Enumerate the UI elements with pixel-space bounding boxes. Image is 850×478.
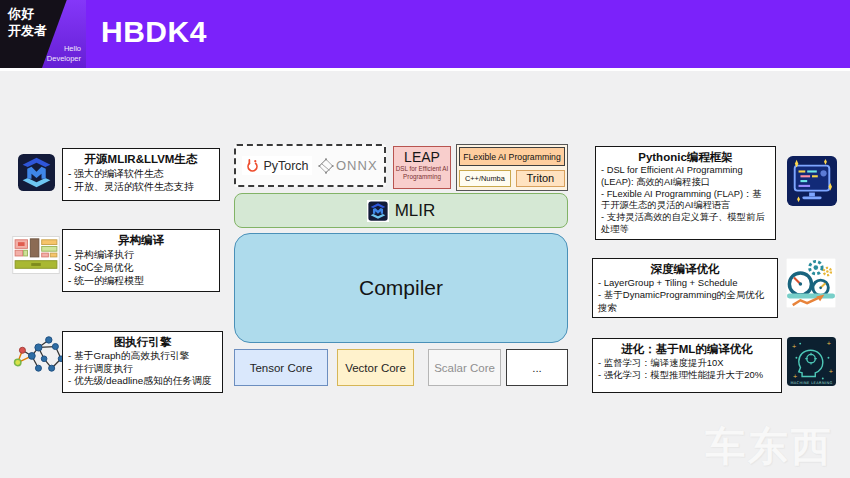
bullet-item: - 基于DynamicProgramming的全局优化搜索 — [598, 289, 772, 314]
machine-learning-icon: ++++ MACHINE LEARNING — [787, 337, 836, 386]
onnx-logo: ONNX — [318, 158, 378, 174]
mlir-layer-bar: MLIR — [234, 193, 568, 228]
panel-title: 进化：基于ML的编译优化 — [598, 342, 776, 357]
flap-item-cpp-numba: C++/Numba — [459, 170, 511, 187]
core-scalar: Scalar Core — [428, 349, 501, 386]
panel-title: 异构编译 — [68, 233, 214, 248]
diagram-area: 开源MLIR&LLVM生态 - 强大的编译软件生态- 开放、灵活的软件生态支持 … — [0, 71, 850, 478]
bullet-item: - 开放、灵活的软件生态支持 — [68, 180, 214, 193]
svg-text:+: + — [828, 368, 833, 374]
svg-text:+: + — [827, 340, 832, 346]
panel-bullets: - 强大的编译软件生态- 开放、灵活的软件生态支持 — [68, 167, 214, 193]
hello-developer-logo: 你好 开发者 Hello Developer — [0, 0, 86, 68]
page-title: HBDK4 — [101, 15, 207, 49]
bullet-item: - 强化学习：模型推理性能提升大于20% — [598, 369, 776, 381]
onnx-label: ONNX — [336, 158, 378, 173]
panel-open-mlir-llvm: 开源MLIR&LLVM生态 - 强大的编译软件生态- 开放、灵活的软件生态支持 — [62, 148, 220, 201]
speedometer-icon — [786, 258, 836, 308]
logo-english-text: Hello Developer — [47, 44, 81, 64]
bullet-item: - 强大的编译软件生态 — [68, 167, 214, 180]
bullet-item: - LayerGroup + Tiling + Schedule — [598, 277, 772, 289]
bullet-item: - 监督学习：编译速度提升10X — [598, 357, 776, 369]
panel-bullets: - 异构编译执行- SoC全局优化- 统一的编程模型 — [68, 248, 214, 287]
logo-en-line1: Hello — [47, 44, 81, 54]
panel-bullets: - 基于Graph的高效执行引擎- 并行调度执行- 优先级/deadline感知… — [68, 350, 217, 388]
bullet-item: - FLexible AI Programming (FLAP)：基于开源生态的… — [601, 189, 770, 213]
watermark-text: 车东西 — [705, 419, 834, 474]
compiler-box: Compiler — [234, 233, 568, 343]
bullet-item: - 异构编译执行 — [68, 248, 214, 261]
panel-title: Pythonic编程框架 — [601, 150, 770, 165]
logo-en-line2: Developer — [47, 54, 81, 64]
core-vector: Vector Core — [337, 349, 414, 386]
leap-subtitle: DSL for Efficient AI Programming — [394, 165, 450, 180]
core-more: ... — [506, 349, 568, 386]
core-tensor: Tensor Core — [234, 349, 328, 386]
bullet-item: - 支持灵活高效的自定义算子、模型前后处理等 — [601, 212, 770, 236]
panel-deep-compile-optimization: 深度编译优化 - LayerGroup + Tiling + Schedule-… — [592, 258, 778, 318]
panel-title: 深度编译优化 — [598, 262, 772, 277]
leap-box: LEAP DSL for Efficient AI Programming — [393, 146, 451, 189]
bullet-item: - 并行调度执行 — [68, 363, 217, 376]
flap-group-box: FLexible AI Programming C++/Numba Triton — [456, 144, 568, 191]
bullet-item: - 统一的编程模型 — [68, 274, 214, 287]
onnx-diamond-icon — [318, 158, 334, 174]
flap-items: C++/Numba Triton — [459, 170, 565, 187]
mlir-badge-icon — [367, 200, 389, 222]
soc-layout-icon — [12, 236, 60, 274]
compiler-label: Compiler — [359, 276, 443, 300]
panel-graph-execution-engine: 图执行引擎 - 基于Graph的高效执行引擎- 并行调度执行- 优先级/dead… — [62, 331, 223, 393]
code-editor-icon — [787, 156, 837, 206]
logo-cn-line1: 你好 — [8, 6, 47, 23]
frameworks-box: PyTorch ONNX — [234, 144, 386, 187]
panel-title: 开源MLIR&LLVM生态 — [68, 152, 214, 167]
panel-bullets: - 监督学习：编译速度提升10X- 强化学习：模型推理性能提升大于20% — [598, 357, 776, 381]
panel-bullets: - DSL for Efficient AI Programming (LEAP… — [601, 165, 770, 236]
mlir-label: MLIR — [395, 201, 436, 221]
svg-text:MACHINE LEARNING: MACHINE LEARNING — [790, 381, 832, 385]
header-bar: 你好 开发者 Hello Developer HBDK4 — [0, 0, 850, 68]
pytorch-logo: PyTorch — [242, 156, 311, 175]
logo-chinese-text: 你好 开发者 — [8, 6, 47, 40]
bullet-item: - 基于Graph的高效执行引擎 — [68, 350, 217, 363]
bullet-item: - 优先级/deadline感知的任务调度 — [68, 375, 217, 388]
svg-text:+: + — [793, 373, 798, 379]
task-graph-icon — [13, 333, 62, 377]
pytorch-flame-icon — [245, 158, 260, 173]
panel-ml-based-optimization: 进化：基于ML的编译优化 - 监督学习：编译速度提升10X- 强化学习：模型推理… — [592, 338, 782, 393]
pytorch-label: PyTorch — [263, 159, 308, 173]
bullet-item: - DSL for Efficient AI Programming (LEAP… — [601, 165, 770, 189]
panel-bullets: - LayerGroup + Tiling + Schedule- 基于Dyna… — [598, 277, 772, 314]
leap-title: LEAP — [394, 149, 450, 165]
logo-cn-line2: 开发者 — [8, 23, 47, 40]
flap-title: FLexible AI Programming — [459, 147, 565, 166]
mlir-logo-icon — [18, 154, 55, 191]
panel-title: 图执行引擎 — [68, 335, 217, 350]
flap-item-triton: Triton — [516, 170, 565, 187]
bullet-item: - SoC全局优化 — [68, 261, 214, 274]
panel-pythonic-framework: Pythonic编程框架 - DSL for Efficient AI Prog… — [595, 146, 776, 240]
slide: 你好 开发者 Hello Developer HBDK4 — [0, 0, 850, 478]
svg-text:+: + — [792, 343, 797, 349]
panel-heterogeneous-compile: 异构编译 - 异构编译执行- SoC全局优化- 统一的编程模型 — [62, 229, 220, 292]
